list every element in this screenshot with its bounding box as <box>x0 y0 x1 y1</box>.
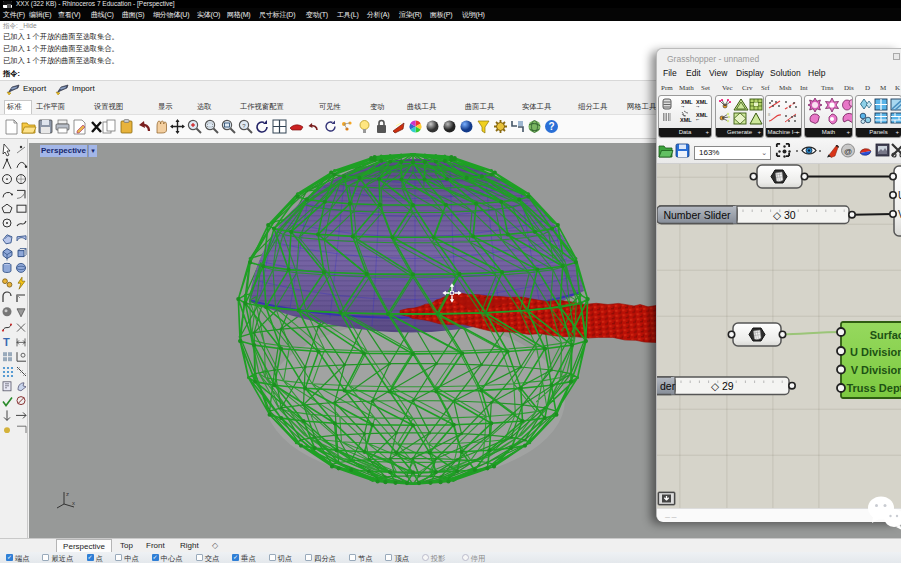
svg-text:≡: ≡ <box>768 112 771 117</box>
svg-text:T: T <box>3 336 10 348</box>
svg-text:◇ 29: ◇ 29 <box>711 380 734 392</box>
svg-text:U Divisions: U Divisions <box>850 346 901 358</box>
svg-text:@: @ <box>844 147 852 156</box>
svg-text:⇠: ⇠ <box>696 117 699 122</box>
svg-text:x: x <box>72 500 75 506</box>
svg-text:?: ? <box>548 121 554 132</box>
svg-text:Truss Depth: Truss Depth <box>846 382 901 394</box>
svg-text:Number Slider: Number Slider <box>663 209 731 221</box>
svg-text:der: der <box>660 380 676 392</box>
svg-text:z: z <box>66 491 69 497</box>
svg-text:◇ 30: ◇ 30 <box>773 209 796 221</box>
svg-text:Surface: Surface <box>870 329 901 341</box>
svg-text:V Divisions: V Divisions <box>851 364 901 376</box>
svg-text:XML: XML <box>680 117 692 123</box>
